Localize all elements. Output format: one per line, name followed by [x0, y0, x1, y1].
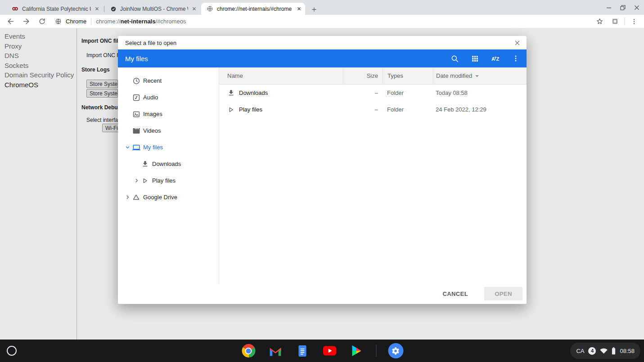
open-button[interactable]: OPEN — [484, 287, 522, 300]
shelf-apps — [241, 340, 403, 362]
search-icon[interactable] — [445, 49, 465, 67]
file-name: Play files — [239, 106, 262, 113]
column-name[interactable]: Name — [219, 67, 343, 84]
nav-downloads[interactable]: Downloads — [118, 156, 219, 172]
calpoly-favicon — [12, 5, 18, 12]
dialog-titlebar: Select a file to open — [118, 36, 527, 49]
browser-toolbar: Chrome chrome://net-internals/#chromeos — [0, 15, 644, 28]
tab-strip: California State Polytechnic Univ JoinNo… — [0, 0, 644, 15]
address-bar[interactable]: Chrome chrome://net-internals/#chromeos — [55, 16, 594, 27]
docs-icon[interactable] — [295, 343, 310, 358]
nav-images[interactable]: Images — [118, 106, 219, 122]
back-icon[interactable] — [5, 16, 16, 27]
file-name: Downloads — [239, 89, 268, 96]
settings-active-circle — [388, 343, 403, 358]
chrome-icon[interactable] — [241, 343, 256, 358]
cancel-button[interactable]: CANCEL — [442, 290, 468, 297]
drive-icon — [132, 193, 142, 201]
clock-icon — [132, 77, 142, 85]
new-tab-button[interactable] — [309, 4, 320, 15]
dialog-close-icon[interactable] — [514, 40, 521, 46]
bookmark-star-icon[interactable] — [594, 16, 605, 27]
chevron-down-icon[interactable] — [124, 144, 132, 151]
laptop-icon — [132, 143, 142, 152]
url-path: /#chromeos — [155, 18, 186, 25]
close-window-icon[interactable] — [634, 5, 639, 10]
omnibox-separator — [91, 18, 91, 25]
play-icon — [227, 106, 235, 113]
file-list: Name Size Types Date modified Downloads … — [219, 67, 527, 283]
nav-label: Downloads — [152, 161, 181, 167]
battery-icon — [612, 347, 616, 355]
grid-view-icon[interactable] — [465, 49, 485, 67]
column-types[interactable]: Types — [383, 67, 433, 84]
globe-favicon — [207, 5, 213, 12]
column-size[interactable]: Size — [343, 67, 383, 84]
extension-icon[interactable] — [609, 16, 621, 27]
tab-net-internals[interactable]: chrome://net-internals/#chrome — [201, 3, 305, 15]
keyboard-layout-indicator: CA — [576, 348, 584, 354]
nav-google-drive[interactable]: Google Drive — [118, 189, 219, 206]
audio-icon — [132, 94, 142, 102]
current-folder-title: My files — [125, 55, 148, 63]
file-date: Today 08:58 — [433, 85, 527, 101]
column-date-modified[interactable]: Date modified — [433, 67, 527, 84]
sort-direction-icon — [475, 75, 479, 79]
status-tray[interactable]: CA 4 08:58 — [570, 343, 640, 359]
joinnow-favicon — [110, 6, 117, 12]
youtube-icon[interactable] — [322, 343, 337, 358]
notification-counter: 4 — [588, 347, 596, 355]
tab-title: California State Polytechnic Univ — [22, 6, 91, 12]
chevron-right-icon[interactable] — [124, 194, 132, 201]
file-row-downloads[interactable]: Downloads – Folder Today 08:58 — [219, 85, 527, 101]
tab-close-icon[interactable] — [192, 6, 197, 11]
file-date: 24 Feb 2022, 12:29 — [433, 101, 527, 118]
nav-label: My files — [143, 144, 163, 151]
file-size: – — [343, 85, 383, 101]
url-scheme: chrome:// — [96, 18, 120, 25]
more-menu-kebab-icon[interactable] — [505, 49, 526, 67]
restore-icon[interactable] — [620, 5, 626, 10]
tab-close-icon[interactable] — [297, 6, 302, 11]
files-header-actions: AZ — [445, 49, 526, 67]
nav-label: Recent — [143, 77, 162, 84]
files-app-body: Recent Audio Images Videos My files — [118, 67, 527, 283]
nav-my-files[interactable]: My files — [118, 139, 219, 156]
tab-joinnow[interactable]: JoinNow MultiOS - Chrome Web — [105, 3, 200, 15]
reload-icon[interactable] — [36, 16, 48, 27]
browser-menu-kebab-icon[interactable] — [628, 16, 640, 27]
images-icon — [132, 110, 142, 118]
play-store-icon[interactable] — [349, 343, 364, 358]
sort-az-icon[interactable]: AZ — [485, 49, 505, 67]
file-type: Folder — [383, 101, 433, 118]
nav-label: Audio — [143, 94, 158, 101]
gmail-icon[interactable] — [268, 343, 283, 358]
tab-close-icon[interactable] — [95, 6, 99, 11]
settings-icon[interactable] — [388, 343, 403, 358]
nav-label: Images — [143, 111, 162, 117]
tab-calpoly[interactable]: California State Polytechnic Univ — [6, 3, 103, 15]
file-picker-dialog: Select a file to open My files AZ Recent… — [118, 36, 527, 304]
window-controls — [606, 0, 639, 15]
dialog-title: Select a file to open — [125, 40, 176, 46]
chevron-right-icon[interactable] — [133, 177, 141, 184]
shelf: CA 4 08:58 — [0, 340, 644, 362]
site-label: Chrome — [66, 18, 86, 25]
site-info-globe-icon[interactable] — [55, 18, 62, 25]
download-icon — [227, 89, 235, 97]
dialog-footer: CANCEL OPEN — [118, 283, 527, 304]
launcher-button[interactable] — [7, 346, 17, 356]
toolbar-separator — [624, 18, 625, 25]
nav-play-files[interactable]: Play files — [118, 172, 219, 189]
svg-text:Z: Z — [496, 56, 499, 62]
file-row-play-files[interactable]: Play files – Folder 24 Feb 2022, 12:29 — [219, 101, 527, 118]
files-app-header: My files AZ — [118, 49, 527, 67]
minimize-icon[interactable] — [606, 5, 612, 10]
url-text: chrome://net-internals/#chromeos — [96, 18, 186, 25]
shelf-separator — [376, 345, 376, 357]
wifi-icon — [600, 348, 608, 354]
nav-recent[interactable]: Recent — [118, 72, 219, 89]
nav-audio[interactable]: Audio — [118, 89, 219, 106]
nav-videos[interactable]: Videos — [118, 122, 219, 139]
forward-icon[interactable] — [20, 16, 32, 27]
